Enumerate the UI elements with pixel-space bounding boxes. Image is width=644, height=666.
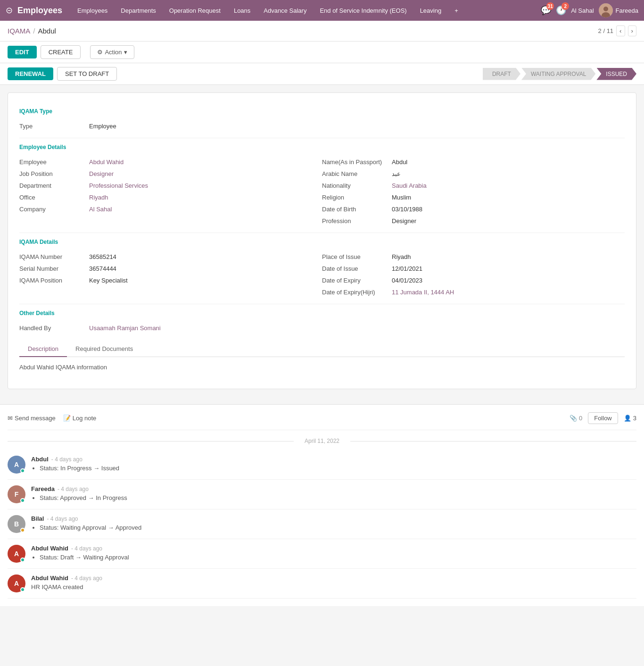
handled-by-value[interactable]: Usaamah Ramjan Somani [89,325,161,332]
status-pipeline: DRAFTWAITING APPROVALISSUED [483,68,636,80]
field-value[interactable]: Al Sahal [89,206,112,213]
message-content: HR IQAMA created [31,583,636,591]
user-section-alsahal[interactable]: Al Sahal [571,7,594,14]
log-note-button[interactable]: 📝 Log note [63,415,97,422]
field-label: Office [19,194,85,201]
other-details-section-label: Other Details [19,310,625,316]
avatar: B [8,515,25,533]
change-item: Status: In Progress → Issued [40,465,636,472]
nav-item-leaving[interactable]: Leaving [413,0,448,21]
message-time: - 4 days ago [58,486,89,492]
follow-button[interactable]: Follow [588,412,618,424]
iqama-field-right-1: Date of Issue12/01/2021 [322,263,625,275]
message-author: Fareeda [31,485,55,492]
iqama-field-left-1: Serial Number36574444 [19,263,322,275]
plain-message: HR IQAMA created [31,583,83,591]
message-content: Status: In Progress → Issued [31,465,636,472]
messages-button[interactable]: 💬 31 [541,5,551,16]
employee-field-right-1: Arabic Nameعبد [322,168,625,180]
employee-field-right-2: NationalitySaudi Arabia [322,180,625,191]
handled-by-label: Handled By [19,325,85,332]
change-item: Status: Draft → Waiting Approval [40,554,636,561]
changes-list: Status: Draft → Waiting Approval [31,554,636,561]
activity-button[interactable]: 🕐 2 [556,5,566,16]
breadcrumb-separator: / [33,27,35,35]
iqama-details-right: Place of IssueRiyadhDate of Issue12/01/2… [322,251,625,298]
field-label: Profession [322,217,388,225]
tab-description[interactable]: Description [19,341,67,357]
field-value: 12/01/2021 [392,265,422,272]
breadcrumb-parent[interactable]: IQAMA [8,27,30,35]
pagination-prev[interactable]: ‹ [616,25,625,36]
nav-add-button[interactable]: + [448,0,465,21]
changes-list: Status: In Progress → Issued [31,465,636,472]
online-dot [20,528,25,533]
action-button[interactable]: ⚙ Action ▾ [90,45,134,59]
field-value[interactable]: Abdul Wahid [89,158,124,166]
record-card: IQAMA Type Type Employee Employee Detail… [8,92,636,389]
field-value[interactable]: Riyadh [89,194,108,201]
iqama-details-section-label: IQAMA Details [19,239,625,245]
user-section-fareeda[interactable]: Fareeda [599,3,638,17]
iqama-field-right-0: Place of IssueRiyadh [322,251,625,263]
avatar: A [8,456,25,474]
create-button[interactable]: CREATE [41,45,81,59]
action-label: Action [105,49,122,56]
nav-item-operation-request[interactable]: Operation Request [163,0,227,21]
followers-icon: 👤 [624,415,631,422]
changes-list: Status: Waiting Approval → Approved [31,524,636,531]
type-label: Type [19,123,85,130]
field-label: Company [19,206,85,213]
online-dot [20,587,25,592]
nav-item-loans[interactable]: Loans [227,0,257,21]
employee-field-right-3: ReligionMuslim [322,191,625,203]
message-time: - 4 days ago [71,575,102,582]
send-message-button[interactable]: ✉ Send message [8,415,56,422]
status-step-waiting-approval[interactable]: WAITING APPROVAL [521,68,595,80]
field-value[interactable]: Saudi Arabia [392,182,427,189]
employee-field-left-2: DepartmentProfessional Services [19,180,322,191]
status-step-issued[interactable]: ISSUED [596,68,636,80]
set-to-draft-button[interactable]: SET TO DRAFT [57,67,117,81]
status-step-draft[interactable]: DRAFT [483,68,520,80]
activity-badge: 2 [561,2,569,10]
field-label: Date of Expiry [322,277,388,284]
message-content: Status: Approved → In Progress [31,494,636,501]
tab-content-description: Abdul Wahid IQAMA information [19,357,625,377]
nav-item-end-of-service-indemnity-eos[interactable]: End of Service Indemnity (EOS) [313,0,413,21]
breadcrumb: IQAMA / Abdul [8,27,56,35]
message-author: Bilal [31,515,44,522]
field-value: 36585214 [89,253,116,260]
field-value[interactable]: 11 Jumada II, 1444 AH [392,289,454,296]
field-label: Religion [322,194,388,201]
tab-required-documents[interactable]: Required Documents [67,341,141,357]
attachments-count: 📎 0 [570,415,582,422]
field-label: IQAMA Position [19,277,85,284]
message-time: - 4 days ago [71,545,102,552]
nav-items: EmployeesDepartmentsOperation RequestLoa… [71,0,541,21]
iqama-field-left-0: IQAMA Number36585214 [19,251,322,263]
field-value: 36574444 [89,265,116,272]
online-dot [20,468,25,473]
iqama-details-left: IQAMA Number36585214Serial Number3657444… [19,251,322,298]
change-item: Status: Approved → In Progress [40,494,636,501]
field-value: 04/01/2023 [392,277,422,284]
nav-item-departments[interactable]: Departments [114,0,162,21]
nav-item-advance-salary[interactable]: Advance Salary [257,0,313,21]
message-header: Bilal - 4 days ago [31,515,636,522]
pagination-next[interactable]: › [628,25,636,36]
iqama-field-right-3: Date of Expiry(Hijri)11 Jumada II, 1444 … [322,286,625,298]
description-text: Abdul Wahid IQAMA information [19,364,107,371]
message-item: F Fareeda - 4 days ago Status: Approved … [8,480,636,509]
field-value: Key Specialist [89,277,128,284]
field-value[interactable]: Professional Services [89,182,148,189]
renewal-button[interactable]: RENEWAL [8,67,53,80]
nav-item-employees[interactable]: Employees [71,0,114,21]
edit-button[interactable]: EDIT [8,46,37,58]
messages-container: A Abdul - 4 days ago Status: In Progress… [8,450,636,599]
employee-field-left-1: Job PositionDesigner [19,168,322,180]
app-grid-icon[interactable]: ⊝ [6,5,13,16]
breadcrumb-bar: IQAMA / Abdul 2 / 11 ‹ › [0,21,644,42]
field-value[interactable]: Designer [89,170,114,177]
field-label: Date of Issue [322,265,388,272]
